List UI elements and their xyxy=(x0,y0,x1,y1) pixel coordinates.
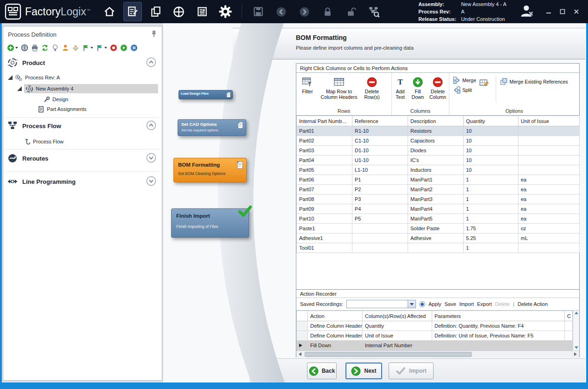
table-cell[interactable]: Adhesive xyxy=(408,233,464,243)
table-cell[interactable]: Definition: Quantity, Previous Name: F4 xyxy=(432,321,565,331)
table-row[interactable]: Part02C1-10Capacitors10 xyxy=(297,136,580,146)
tree-item-process-flow[interactable]: Process Flow xyxy=(24,137,64,146)
table-cell[interactable]: 1 xyxy=(464,243,518,253)
table-cell[interactable]: 1 xyxy=(464,185,518,194)
scroll-down-icon[interactable] xyxy=(575,346,578,349)
horizontal-scrollbar[interactable] xyxy=(296,350,579,357)
start-button[interactable] xyxy=(120,44,128,52)
delete-column-button[interactable]: Delete Column xyxy=(427,76,448,100)
table-cell[interactable]: Part04 xyxy=(297,156,352,165)
delete-rows-button[interactable]: Delete Row(s) xyxy=(359,76,384,100)
row-selector-cell[interactable] xyxy=(297,341,308,350)
table-cell[interactable]: Solder Paste xyxy=(408,224,464,233)
table-cell[interactable] xyxy=(518,126,580,136)
export-recording-link[interactable]: Export xyxy=(477,301,492,307)
user-session-button[interactable] xyxy=(518,3,534,20)
scroll-up-icon[interactable] xyxy=(575,311,578,314)
next-button[interactable]: Next xyxy=(345,363,382,379)
table-cell[interactable]: Part07 xyxy=(297,185,352,194)
table-cell[interactable] xyxy=(352,243,408,253)
home-button[interactable] xyxy=(101,2,118,21)
process-definition-button[interactable] xyxy=(124,2,141,21)
table-cell[interactable]: Tool01 xyxy=(297,243,352,253)
table-cell[interactable]: P3 xyxy=(352,194,408,204)
collapse-process-flow-button[interactable] xyxy=(146,120,156,130)
table-cell[interactable] xyxy=(518,156,580,165)
table-cell[interactable]: 1 xyxy=(464,214,518,224)
column-header[interactable]: Unit of Issue xyxy=(518,116,580,126)
delete-recording-link[interactable]: Delete xyxy=(495,301,510,307)
table-row[interactable]: Define Column HeaderUnit of IssueDefinit… xyxy=(297,331,573,341)
table-cell[interactable] xyxy=(565,331,573,341)
table-row[interactable]: Tool011 xyxy=(297,243,580,253)
table-cell[interactable]: IC's xyxy=(408,156,464,165)
expand-reroutes-button[interactable] xyxy=(146,153,156,163)
table-row[interactable]: Part07P2ManPart21ea xyxy=(297,185,580,194)
table-cell[interactable]: Paste1 xyxy=(297,224,352,233)
table-cell[interactable]: ea xyxy=(518,214,580,224)
table-cell[interactable] xyxy=(352,233,408,243)
filter-button[interactable]: Filter xyxy=(296,76,319,94)
merge-button[interactable]: Merge xyxy=(453,77,476,84)
tree-section-reroutes[interactable]: Reroutes xyxy=(7,152,48,165)
table-cell[interactable]: Resistors xyxy=(408,126,464,136)
table-cell[interactable]: 10 xyxy=(464,156,518,165)
table-cell[interactable]: Part02 xyxy=(297,136,352,146)
back-nav-button[interactable] xyxy=(273,2,290,21)
wizard-step-load-design-files[interactable]: Load Design Files xyxy=(179,90,233,99)
link-button[interactable] xyxy=(21,44,28,52)
expand-line-programming-button[interactable] xyxy=(146,176,156,186)
table-row[interactable]: Part01R1-10Resistors10 xyxy=(297,126,580,136)
table-cell[interactable]: P1 xyxy=(352,175,408,185)
tree-item-part-assignments[interactable]: Part Assignments xyxy=(38,104,87,114)
tree-item-process-rev[interactable]: Process Rev: A xyxy=(8,73,60,82)
table-cell[interactable]: ManPart5 xyxy=(408,214,464,224)
table-cell[interactable]: 1 xyxy=(464,194,518,204)
lock-button[interactable] xyxy=(319,2,337,21)
table-cell[interactable]: ea xyxy=(518,194,580,204)
tree-item-assembly[interactable]: New Assembly 4 xyxy=(17,84,158,93)
table-row[interactable]: Part05L1-10Inductors10 xyxy=(297,165,580,175)
table-cell[interactable]: Define Column Header xyxy=(308,331,363,341)
reports-button[interactable] xyxy=(193,2,211,21)
fill-down-button[interactable]: Fill Down xyxy=(409,76,427,100)
column-header[interactable]: C xyxy=(565,311,573,321)
table-row[interactable]: Paste1Solder Paste1.75oz xyxy=(297,224,580,233)
column-header[interactable]: Parameters xyxy=(432,311,565,321)
print-button[interactable] xyxy=(31,44,38,52)
table-cell[interactable]: Adhesive1 xyxy=(297,233,352,243)
save-recording-link[interactable]: Save xyxy=(444,301,456,307)
table-cell[interactable]: R1-10 xyxy=(352,126,408,136)
expander-icon[interactable] xyxy=(8,75,13,80)
table-cell[interactable]: Part06 xyxy=(297,175,352,185)
table-cell[interactable]: oz xyxy=(518,224,580,233)
row-selector-cell[interactable] xyxy=(297,331,308,341)
saved-recordings-select[interactable] xyxy=(346,300,416,308)
column-header[interactable]: Internal Part Numb... xyxy=(297,116,352,126)
sync-button[interactable] xyxy=(41,44,49,52)
table-cell[interactable] xyxy=(518,243,580,253)
maximize-button[interactable] xyxy=(559,8,566,15)
unlock-button[interactable] xyxy=(342,2,360,21)
table-cell[interactable]: 10 xyxy=(464,136,518,146)
forward-nav-button[interactable] xyxy=(296,2,313,21)
import-recording-link[interactable]: Import xyxy=(460,301,474,307)
tree-item-design[interactable]: Design xyxy=(43,95,68,104)
record-button[interactable] xyxy=(110,44,117,52)
collapse-product-button[interactable] xyxy=(146,57,156,67)
wizard-step-finish-import[interactable]: Finish Import Finish Importing of Files xyxy=(171,208,249,238)
table-cell[interactable]: Define Column Header xyxy=(308,321,363,331)
map-row-to-column-headers-button[interactable]: Map Row to Column Headers xyxy=(319,76,359,100)
scroll-right-button[interactable] xyxy=(572,351,579,358)
table-cell[interactable]: U1-10 xyxy=(352,156,408,165)
table-cell[interactable]: P2 xyxy=(352,185,408,194)
expander-icon[interactable] xyxy=(17,86,22,91)
pin-button[interactable] xyxy=(151,30,157,39)
tree-section-process-flow[interactable]: Process Flow xyxy=(7,119,61,132)
close-button[interactable] xyxy=(573,8,580,15)
table-row[interactable]: Part06P1ManPart11ea xyxy=(297,175,580,185)
table-cell[interactable] xyxy=(518,165,580,175)
scroll-left-button[interactable] xyxy=(296,351,304,358)
wizard-step-bom-formatting[interactable]: BOM Formatting Set BOM Cleaning Options xyxy=(173,158,247,182)
apply-label[interactable]: Apply xyxy=(428,301,441,307)
